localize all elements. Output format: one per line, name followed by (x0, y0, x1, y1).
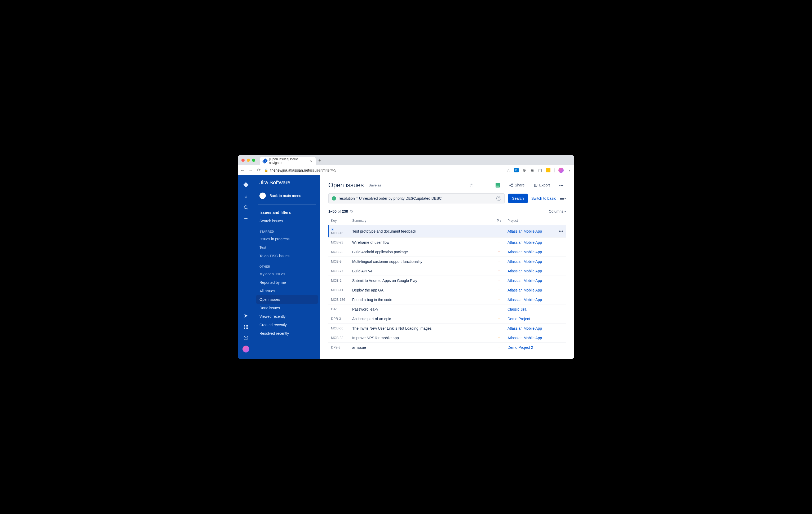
issue-key[interactable]: DPR-3 (328, 314, 350, 324)
column-header-priority[interactable]: P↓ (493, 217, 505, 225)
extension-icon[interactable] (546, 168, 550, 172)
table-row[interactable]: MOB-36The Invite New User Link is Not Lo… (328, 324, 566, 333)
issue-project-link[interactable]: Atlassian Mobile App (505, 333, 555, 343)
sidebar-item-other[interactable]: Viewed recently (254, 312, 320, 321)
spreadsheet-icon[interactable] (493, 181, 502, 190)
sidebar-item-other[interactable]: Done issues (254, 304, 320, 312)
issue-summary[interactable]: Deploy the app GA (350, 286, 493, 295)
columns-button[interactable]: Columns ▾ (549, 209, 566, 214)
profile-avatar[interactable] (241, 344, 251, 354)
row-more-icon[interactable] (555, 286, 566, 295)
table-row[interactable]: MOB-136Found a bug in the code↑Atlassian… (328, 295, 566, 304)
issue-summary[interactable]: An issue part of an epic (350, 314, 493, 324)
jira-logo-icon[interactable] (241, 180, 251, 190)
row-more-icon[interactable] (555, 238, 566, 247)
view-toggle-icon[interactable]: ▾ (560, 196, 566, 200)
back-icon[interactable]: ← (240, 168, 245, 173)
table-row[interactable]: DP2-3an issue↑Demo Project 2 (328, 343, 566, 352)
row-more-icon[interactable] (555, 276, 566, 286)
back-to-main-menu[interactable]: ← Back to main menu (254, 190, 320, 201)
issue-summary[interactable]: Found a bug in the code (350, 295, 493, 304)
issue-project-link[interactable]: Atlassian Mobile App (505, 238, 555, 247)
sidebar-item-other[interactable]: Reported by me (254, 278, 320, 287)
row-more-icon[interactable] (555, 324, 566, 333)
browser-tab[interactable]: [Open issues] Issue navigator - × (260, 157, 316, 165)
close-window-button[interactable] (241, 159, 244, 162)
camera-icon[interactable]: ◉ (530, 168, 534, 172)
more-actions-icon[interactable]: ••• (557, 181, 566, 190)
issue-key[interactable]: MOB-2 (328, 276, 350, 286)
table-row[interactable]: MOB-23Wireframe of user flow↑Atlassian M… (328, 238, 566, 247)
row-more-icon[interactable] (555, 257, 566, 266)
issue-key[interactable]: TMOB-16 (328, 225, 350, 238)
sidebar-item-other[interactable]: My open issues (254, 270, 320, 278)
sidebar-item-other[interactable]: All issues (254, 287, 320, 295)
issue-summary[interactable]: The Invite New User Link is Not Loading … (350, 324, 493, 333)
issue-key[interactable]: CJ-1 (328, 304, 350, 314)
issue-key[interactable]: MOB-11 (328, 286, 350, 295)
row-more-icon[interactable]: ••• (555, 225, 566, 238)
star-filter-icon[interactable]: ☆ (467, 181, 476, 190)
table-row[interactable]: MOB-77Build API v4↑Atlassian Mobile App (328, 266, 566, 276)
sidebar-item-starred[interactable]: To do TISC issues (254, 252, 320, 260)
row-more-icon[interactable] (555, 304, 566, 314)
table-row[interactable]: MOB-2Submit to Android Apps on Google Pl… (328, 276, 566, 286)
switch-to-basic-link[interactable]: Switch to basic (531, 196, 556, 200)
table-row[interactable]: MOB-32Improve NPS for mobile app↑Atlassi… (328, 333, 566, 343)
table-row[interactable]: MOB-22Build Android application package↑… (328, 247, 566, 257)
row-more-icon[interactable] (555, 266, 566, 276)
sidebar-item-other[interactable]: Created recently (254, 321, 320, 329)
issue-project-link[interactable]: Demo Project 2 (505, 343, 555, 352)
share-button[interactable]: Share (507, 182, 527, 189)
issue-key[interactable]: MOB-22 (328, 247, 350, 257)
issue-project-link[interactable]: Atlassian Mobile App (505, 257, 555, 266)
issue-project-link[interactable]: Atlassian Mobile App (505, 276, 555, 286)
new-tab-button[interactable]: + (318, 158, 321, 163)
issue-summary[interactable]: Wireframe of user flow (350, 238, 493, 247)
issue-summary[interactable]: Build API v4 (350, 266, 493, 276)
issue-project-link[interactable]: Atlassian Mobile App (505, 225, 555, 238)
close-tab-icon[interactable]: × (310, 159, 313, 163)
column-header-key[interactable]: Key (328, 217, 350, 225)
row-more-icon[interactable] (555, 333, 566, 343)
issue-project-link[interactable]: Atlassian Mobile App (505, 266, 555, 276)
row-more-icon[interactable] (555, 247, 566, 257)
refresh-icon[interactable]: ↻ (350, 209, 353, 214)
sidebar-item-other[interactable]: Open issues (256, 295, 318, 304)
search-button[interactable]: Search (508, 194, 527, 203)
search-icon[interactable] (241, 202, 251, 212)
url-field[interactable]: 🔒 thenewjira.atlassian.net/issues/?filte… (264, 168, 502, 172)
extension-icon[interactable]: B (514, 168, 519, 172)
add-circle-icon[interactable]: ⊕ (522, 168, 527, 172)
issue-key[interactable]: MOB-23 (328, 238, 350, 247)
minimize-window-button[interactable] (247, 159, 250, 162)
issue-project-link[interactable]: Atlassian Mobile App (505, 247, 555, 257)
issue-summary[interactable]: Submit to Android Apps on Google Play (350, 276, 493, 286)
issue-key[interactable]: MOB-36 (328, 324, 350, 333)
issue-key[interactable]: DP2-3 (328, 343, 350, 352)
star-icon[interactable]: ☆ (241, 191, 251, 201)
reload-icon[interactable]: ⟳ (257, 167, 261, 173)
column-header-project[interactable]: Project (505, 217, 555, 225)
issue-key[interactable]: MOB-77 (328, 266, 350, 276)
table-row[interactable]: DPR-3An issue part of an epic↑Demo Proje… (328, 314, 566, 324)
sidebar-item-starred[interactable]: Issues in progress (254, 235, 320, 243)
issue-project-link[interactable]: Classic Jira (505, 304, 555, 314)
profile-avatar[interactable] (558, 168, 564, 173)
notifications-icon[interactable] (241, 310, 251, 321)
help-icon[interactable]: ? (496, 196, 501, 201)
issue-project-link[interactable]: Atlassian Mobile App (505, 286, 555, 295)
create-icon[interactable]: + (241, 214, 251, 223)
maximize-window-button[interactable] (252, 159, 255, 162)
table-row[interactable]: MOB-9Multi-lingual customer support func… (328, 257, 566, 266)
issue-summary[interactable]: Test prototype and document feedback (350, 225, 493, 238)
table-row[interactable]: CJ-1Password leaky↑Classic Jira (328, 304, 566, 314)
column-header-summary[interactable]: Summary (350, 217, 493, 225)
issue-key[interactable]: MOB-136 (328, 295, 350, 304)
sidebar-item-other[interactable]: Resolved recently (254, 329, 320, 337)
save-as-link[interactable]: Save as (368, 183, 381, 187)
issue-key[interactable]: MOB-9 (328, 257, 350, 266)
issue-project-link[interactable]: Atlassian Mobile App (505, 295, 555, 304)
row-more-icon[interactable] (555, 314, 566, 324)
issue-project-link[interactable]: Atlassian Mobile App (505, 324, 555, 333)
